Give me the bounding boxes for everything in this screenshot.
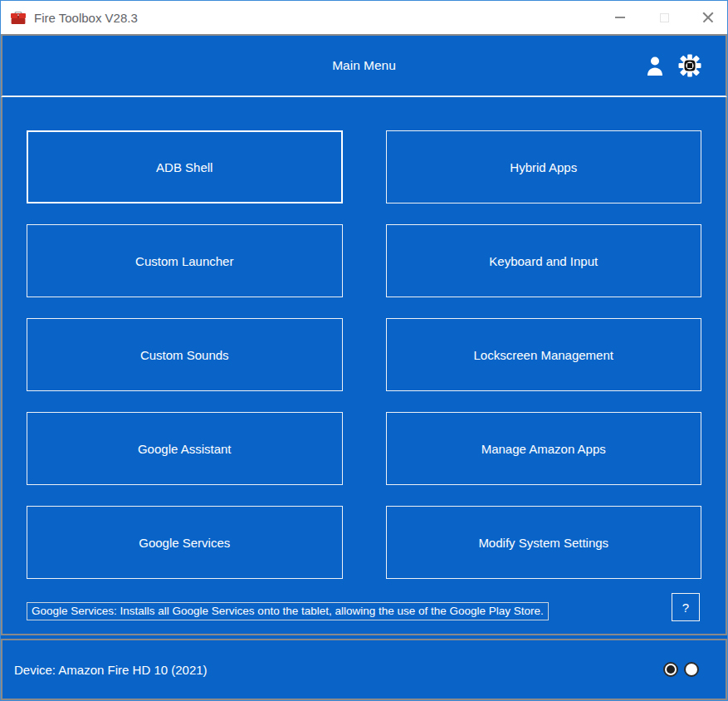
- help-button[interactable]: ?: [672, 593, 700, 621]
- close-button[interactable]: [689, 1, 727, 34]
- menu-button-manage-amazon-apps[interactable]: Manage Amazon Apps: [386, 412, 702, 485]
- user-icon[interactable]: [642, 52, 667, 79]
- minimize-button[interactable]: [601, 1, 639, 34]
- title-bar: Fire Toolbox V28.3: [1, 1, 727, 34]
- content-area: Main Menu: [1, 34, 727, 700]
- maximize-button[interactable]: [645, 1, 683, 34]
- header-icons: [642, 52, 702, 79]
- gear-icon[interactable]: [677, 52, 702, 79]
- minimize-icon: [615, 17, 625, 18]
- page-title: Main Menu: [2, 58, 726, 73]
- device-bar: Device: Amazon Fire HD 10 (2021): [1, 639, 727, 700]
- menu-button-modify-system-settings[interactable]: Modify System Settings: [386, 506, 702, 579]
- main-menu-panel: ADB Shell Hybrid Apps Custom Launcher Ke…: [1, 97, 727, 635]
- menu-button-hybrid-apps[interactable]: Hybrid Apps: [386, 130, 702, 203]
- menu-button-lockscreen-management[interactable]: Lockscreen Management: [386, 318, 702, 391]
- status-description: Google Services: Installs all Google Ser…: [27, 602, 549, 620]
- close-icon: [702, 12, 714, 23]
- header-bar: Main Menu: [1, 34, 727, 97]
- status-row: Google Services: Installs all Google Ser…: [27, 593, 701, 621]
- menu-button-custom-launcher[interactable]: Custom Launcher: [27, 224, 343, 297]
- window-title: Fire Toolbox V28.3: [34, 11, 138, 25]
- device-label: Device: Amazon Fire HD 10 (2021): [14, 663, 663, 677]
- menu-button-grid: ADB Shell Hybrid Apps Custom Launcher Ke…: [27, 130, 701, 579]
- toolbox-icon: [9, 9, 27, 26]
- menu-button-google-services[interactable]: Google Services: [27, 506, 343, 579]
- indicator-radio-right[interactable]: [684, 662, 699, 677]
- menu-button-keyboard-and-input[interactable]: Keyboard and Input: [386, 224, 702, 297]
- status-indicators: [663, 662, 699, 677]
- menu-button-adb-shell[interactable]: ADB Shell: [27, 130, 343, 203]
- maximize-icon: [660, 13, 669, 22]
- menu-button-custom-sounds[interactable]: Custom Sounds: [27, 318, 343, 391]
- indicator-radio-left[interactable]: [663, 662, 678, 677]
- app-window: Fire Toolbox V28.3 Main Menu: [0, 0, 728, 701]
- menu-button-google-assistant[interactable]: Google Assistant: [27, 412, 343, 485]
